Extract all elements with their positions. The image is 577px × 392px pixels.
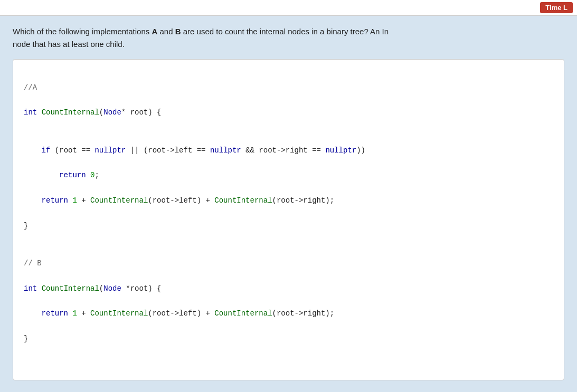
question-bold-b: B <box>175 27 181 36</box>
code-line-return0: return 0; <box>24 169 553 182</box>
question-text-line2: node that has at least one child. <box>13 40 125 49</box>
code-line-func-b: int CountInternal(Node *root) { <box>24 283 553 295</box>
code-line-return1: return 1 + CountInternal(root->left) + C… <box>24 195 553 207</box>
question-text: Which of the following implementations A… <box>13 25 564 51</box>
main-content: Which of the following implementations A… <box>0 16 577 392</box>
question-text-before: Which of the following implementations <box>13 27 152 36</box>
question-text-after: are used to count the internal nodes in … <box>181 27 389 36</box>
code-block: //A int CountInternal(Node* root) { if (… <box>13 59 564 380</box>
top-bar: Time L <box>0 0 577 16</box>
question-text-middle: and <box>157 27 175 36</box>
timer-badge: Time L <box>540 2 573 13</box>
code-line-return-b: return 1 + CountInternal(root->left) + C… <box>24 308 553 320</box>
code-line-close-a: } <box>24 220 553 233</box>
question-bold-a: A <box>152 27 157 36</box>
code-line-comment-a: //A <box>24 82 553 94</box>
code-line-close-b: } <box>24 333 553 346</box>
code-line-comment-b: // B <box>24 257 553 270</box>
code-line-func-a: int CountInternal(Node* root) { <box>24 107 553 119</box>
code-line-if: if (root == nullptr || (root->left == nu… <box>24 145 553 157</box>
